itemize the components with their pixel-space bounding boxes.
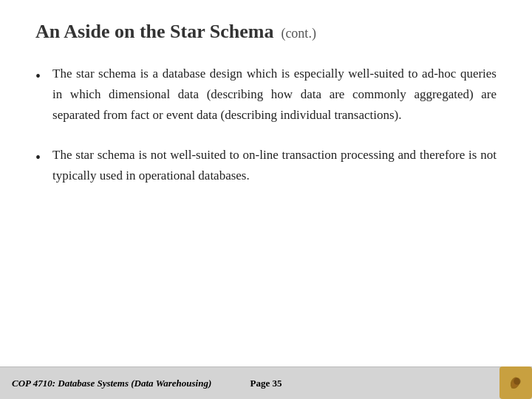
title-cont: (cont.) bbox=[281, 26, 316, 41]
slide-footer: COP 4710: Database Systems (Data Warehou… bbox=[0, 366, 532, 399]
bullet-item-1: • The star schema is a database design w… bbox=[35, 64, 497, 126]
svg-point-1 bbox=[514, 378, 521, 384]
bullet-text-2: The star schema is not well-suited to on… bbox=[52, 145, 497, 186]
bullet-item-2: • The star schema is not well-suited to … bbox=[35, 145, 497, 186]
bullet-dot-1: • bbox=[35, 65, 41, 87]
footer-logo bbox=[499, 366, 532, 399]
slide-content: An Aside on the Star Schema (cont.) • Th… bbox=[0, 0, 532, 366]
title-text: An Aside on the Star Schema bbox=[35, 21, 273, 43]
bullet-dot-2: • bbox=[35, 146, 41, 168]
slide-container: An Aside on the Star Schema (cont.) • Th… bbox=[0, 0, 532, 399]
bullet-list: • The star schema is a database design w… bbox=[35, 64, 497, 186]
footer-page: Page 35 bbox=[250, 378, 282, 389]
slide-title: An Aside on the Star Schema (cont.) bbox=[35, 21, 497, 43]
bullet-text-1: The star schema is a database design whi… bbox=[52, 64, 497, 126]
